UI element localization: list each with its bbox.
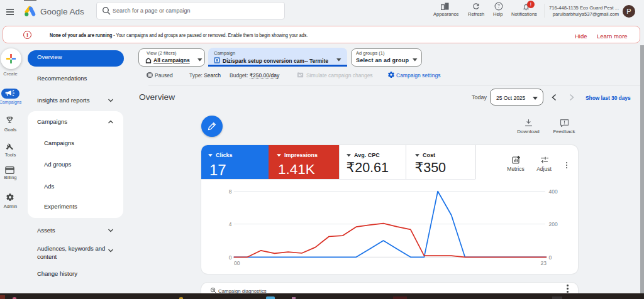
svg-text:8: 8 — [229, 188, 232, 195]
svg-text:400: 400 — [549, 188, 558, 195]
svg-text:00: 00 — [234, 260, 240, 266]
svg-text:200: 200 — [549, 221, 558, 227]
svg-text:4: 4 — [229, 221, 232, 227]
svg-text:23: 23 — [541, 260, 547, 266]
svg-text:0: 0 — [229, 254, 232, 261]
svg-text:0: 0 — [549, 254, 552, 261]
